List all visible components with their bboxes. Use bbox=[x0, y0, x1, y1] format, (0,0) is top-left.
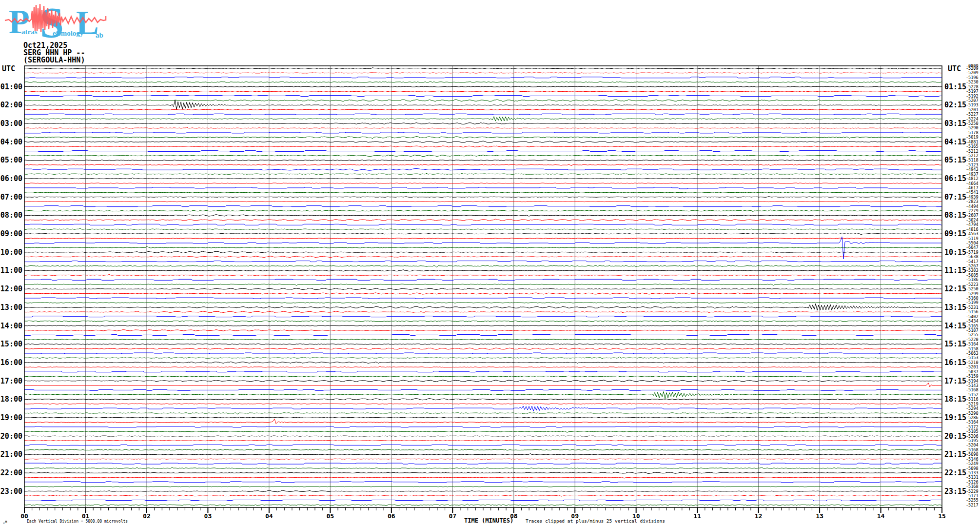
right-time-label: 21:15 bbox=[944, 450, 966, 459]
right-time-label: 02:15 bbox=[944, 101, 966, 109]
x-tick-label: 11 bbox=[693, 512, 701, 520]
trace-row bbox=[24, 215, 941, 217]
left-time-label: 04:00 bbox=[0, 138, 22, 146]
trace-row bbox=[24, 495, 941, 496]
trace-row bbox=[24, 155, 941, 157]
x-tick-label: 12 bbox=[755, 512, 763, 520]
left-time-label: 23:00 bbox=[0, 487, 22, 496]
helicorder-plot: 0001020304050607080910111213141501:0002:… bbox=[0, 0, 980, 527]
trace-row bbox=[24, 261, 941, 262]
trace-row bbox=[24, 274, 941, 276]
right-time-label: 06:15 bbox=[944, 174, 966, 183]
left-time-label: 15:00 bbox=[0, 340, 22, 348]
trace-row bbox=[24, 477, 941, 478]
trace-row bbox=[24, 348, 941, 349]
trace-row bbox=[24, 100, 941, 101]
trace-row bbox=[24, 192, 941, 193]
trace-row bbox=[24, 183, 941, 184]
right-time-label: 10:15 bbox=[944, 248, 966, 257]
trace-row bbox=[24, 169, 941, 171]
right-time-label: 22:15 bbox=[944, 468, 966, 477]
plot-frame bbox=[24, 66, 942, 507]
trace-row bbox=[24, 353, 941, 354]
trace-row bbox=[24, 246, 941, 248]
trace-row bbox=[24, 454, 941, 455]
right-time-label: 03:15 bbox=[944, 119, 966, 128]
left-time-label: 16:00 bbox=[0, 358, 22, 367]
trace-row bbox=[24, 334, 941, 335]
trace-row bbox=[24, 206, 941, 207]
right-time-label: 09:15 bbox=[944, 229, 966, 238]
trace-row bbox=[24, 500, 941, 501]
trace-row bbox=[24, 132, 941, 133]
trace-row bbox=[24, 436, 941, 436]
x-tick-label: 03 bbox=[204, 512, 212, 520]
trace-row bbox=[24, 256, 941, 258]
x-tick-label: 02 bbox=[143, 512, 151, 520]
left-time-label: 03:00 bbox=[0, 119, 22, 128]
left-time-label: 01:00 bbox=[0, 82, 22, 91]
trace-row bbox=[24, 445, 941, 446]
trace-row bbox=[24, 173, 941, 174]
trace-row bbox=[24, 392, 941, 399]
right-time-label: 12:15 bbox=[944, 284, 966, 293]
trace-row bbox=[24, 380, 941, 382]
trace-row bbox=[24, 486, 941, 487]
trace-row bbox=[24, 389, 941, 390]
trace-row bbox=[24, 403, 941, 405]
trace-row bbox=[24, 316, 941, 317]
trace-row bbox=[24, 270, 941, 271]
trace-row bbox=[24, 371, 941, 372]
left-time-label: 14:00 bbox=[0, 322, 22, 330]
trace-row bbox=[24, 187, 941, 189]
right-time-label: 07:15 bbox=[944, 193, 966, 202]
trace-row bbox=[24, 151, 941, 152]
trace-row bbox=[24, 426, 941, 427]
trace-row bbox=[24, 109, 941, 110]
trace-row bbox=[24, 330, 941, 331]
x-tick-label: 01 bbox=[82, 512, 90, 520]
right-time-label: 08:15 bbox=[944, 211, 966, 220]
trace-row bbox=[24, 463, 941, 464]
trace-row bbox=[24, 288, 941, 290]
trace-row bbox=[24, 82, 941, 83]
trace-row bbox=[24, 91, 941, 92]
trace-row bbox=[24, 238, 941, 239]
trace-row bbox=[24, 234, 941, 235]
trace-row bbox=[24, 114, 941, 115]
trace-row bbox=[24, 472, 941, 474]
trace-row bbox=[24, 325, 941, 326]
trace-offset-overprint: -0809 bbox=[966, 63, 979, 68]
trace-row bbox=[24, 366, 941, 367]
right-time-label: 05:15 bbox=[944, 156, 966, 164]
right-time-label: 01:15 bbox=[944, 82, 966, 91]
trace-row bbox=[24, 164, 941, 166]
trace-offset-value: -5217 bbox=[966, 503, 979, 507]
trace-row bbox=[24, 339, 941, 340]
trace-row bbox=[24, 68, 941, 69]
x-tick-label: 06 bbox=[388, 512, 395, 520]
left-time-label: 20:00 bbox=[0, 432, 22, 441]
trace-row bbox=[24, 219, 941, 221]
trace-row bbox=[24, 202, 941, 203]
trace-row bbox=[24, 362, 941, 364]
trace-row bbox=[24, 136, 941, 139]
trace-row bbox=[24, 117, 941, 121]
trace-row bbox=[24, 406, 941, 411]
left-time-label: 05:00 bbox=[0, 156, 22, 164]
trace-row bbox=[24, 357, 941, 359]
x-tick-label: 13 bbox=[816, 512, 823, 520]
right-time-label: 11:15 bbox=[944, 266, 966, 275]
x-tick-label: 15 bbox=[938, 512, 946, 520]
trace-row bbox=[24, 284, 941, 285]
trace-row bbox=[24, 413, 941, 414]
x-tick-label: 07 bbox=[449, 512, 456, 520]
clip-note: Traces clipped at plus/minus 25 vertical… bbox=[526, 518, 665, 524]
trace-row bbox=[24, 141, 941, 142]
left-time-label: 07:00 bbox=[0, 193, 22, 202]
x-tick-label: 05 bbox=[327, 512, 334, 520]
trace-row bbox=[24, 298, 941, 299]
right-time-label: 19:15 bbox=[944, 413, 966, 422]
right-time-label: 04:15 bbox=[944, 138, 966, 146]
right-time-label: 15:15 bbox=[944, 340, 966, 348]
